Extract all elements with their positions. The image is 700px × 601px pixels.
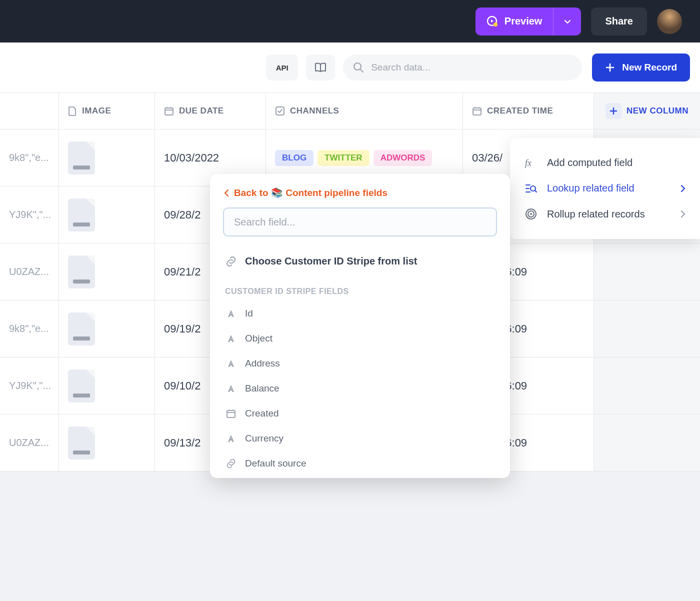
text-field-icon — [225, 308, 237, 318]
cell-image — [59, 186, 155, 243]
svg-text:fx: fx — [525, 158, 532, 168]
field-label: Id — [245, 308, 253, 319]
chevron-right-icon — [680, 210, 686, 218]
cell-text: U0ZAZ... — [0, 244, 59, 300]
field-label: Default source — [245, 458, 306, 469]
field-option[interactable]: Balance — [210, 376, 510, 401]
field-option[interactable]: Id — [210, 301, 510, 326]
cell-text: 9k8","e... — [0, 300, 59, 357]
api-button[interactable]: API — [266, 54, 298, 80]
channel-tag[interactable]: ADWORDS — [374, 150, 432, 166]
file-thumbnail-icon — [68, 312, 95, 346]
preview-button[interactable]: Preview — [476, 8, 554, 36]
cell-empty — [594, 244, 700, 300]
file-thumbnail-icon — [68, 370, 95, 402]
cell-image — [59, 300, 155, 357]
calendar-icon — [472, 106, 482, 116]
svg-rect-11 — [227, 410, 235, 418]
link-field-icon — [225, 458, 237, 468]
file-thumbnail-icon — [68, 256, 95, 288]
toolbar: API New Record — [0, 42, 700, 92]
column-header-created-time[interactable]: CREATED TIME — [463, 93, 594, 129]
column-header-image[interactable]: IMAGE — [59, 93, 155, 129]
link-icon — [225, 256, 237, 267]
text-field-icon — [225, 434, 237, 444]
search-wrapper — [343, 54, 582, 80]
field-option[interactable]: Default source — [210, 451, 510, 476]
preview-button-group: Preview — [476, 8, 582, 36]
channel-tag[interactable]: BLOG — [275, 150, 314, 166]
fx-icon: fx — [524, 158, 538, 168]
new-record-label: New Record — [622, 62, 677, 73]
file-thumbnail-icon — [68, 426, 95, 460]
svg-rect-5 — [473, 108, 481, 115]
calendar-icon — [164, 106, 174, 116]
top-bar: Preview Share — [0, 0, 700, 42]
menu-item-computed-field[interactable]: fx Add computed field — [510, 150, 700, 176]
lookup-field-panel: Back to 📚 Content pipeline fields Choose… — [210, 174, 510, 478]
field-label: Address — [245, 358, 280, 369]
user-avatar[interactable] — [657, 9, 682, 34]
chevron-left-icon — [224, 189, 229, 197]
search-icon — [353, 62, 364, 73]
search-input[interactable] — [343, 54, 582, 80]
book-icon — [314, 61, 327, 74]
plus-icon — [606, 103, 622, 119]
field-option[interactable]: Currency — [210, 426, 510, 451]
cell-text: U0ZAZ... — [0, 414, 59, 471]
menu-item-rollup-records[interactable]: Rollup related records — [510, 201, 700, 227]
cell-text: YJ9K","... — [0, 186, 59, 243]
cell-text: YJ9K","... — [0, 358, 59, 414]
field-label: Balance — [245, 383, 280, 394]
file-thumbnail-icon — [68, 142, 95, 174]
text-field-icon — [225, 358, 237, 368]
choose-from-list[interactable]: Choose Customer ID Stripe from list — [210, 248, 510, 274]
rollup-icon — [524, 208, 538, 220]
chevron-right-icon — [680, 184, 686, 193]
svg-point-10 — [530, 213, 532, 215]
svg-point-2 — [354, 63, 361, 70]
new-record-button[interactable]: New Record — [592, 54, 690, 82]
field-option[interactable]: Object — [210, 326, 510, 351]
chevron-down-icon — [564, 18, 572, 26]
empty-area — [0, 472, 700, 601]
column-header-text[interactable] — [0, 93, 59, 129]
cell-image — [59, 130, 155, 186]
table-header-row: IMAGE DUE DATE CHANNELS CREATED TIME NEW… — [0, 92, 700, 130]
svg-rect-3 — [165, 108, 173, 115]
field-option[interactable]: Address — [210, 351, 510, 376]
checkbox-icon — [275, 106, 285, 116]
column-header-due-date[interactable]: DUE DATE — [155, 93, 266, 129]
field-label: Currency — [245, 433, 284, 444]
preview-dropdown-button[interactable] — [553, 8, 581, 36]
new-column-button[interactable]: NEW COLUMN — [594, 93, 700, 129]
date-field-icon — [225, 408, 237, 418]
cell-empty — [594, 358, 700, 414]
text-field-icon — [225, 384, 237, 394]
cell-empty — [594, 300, 700, 357]
text-field-icon — [225, 334, 237, 344]
new-column-menu: fx Add computed field Lookup related fie… — [510, 138, 700, 239]
svg-point-1 — [494, 22, 498, 26]
menu-item-lookup-field[interactable]: Lookup related field — [510, 176, 700, 201]
preview-label: Preview — [504, 16, 542, 27]
channel-tag[interactable]: TWITTER — [318, 150, 370, 166]
cell-image — [59, 358, 155, 414]
docs-button[interactable] — [306, 54, 335, 80]
field-search-wrapper — [223, 208, 497, 236]
field-search-input[interactable] — [223, 208, 497, 236]
column-header-channels[interactable]: CHANNELS — [266, 93, 463, 129]
section-label: CUSTOMER ID STRIPE FIELDS — [210, 274, 510, 301]
plus-icon — [605, 62, 615, 72]
field-label: Created — [245, 408, 279, 419]
share-button[interactable]: Share — [591, 8, 647, 36]
field-option[interactable]: Created — [210, 401, 510, 426]
lookup-icon — [524, 183, 538, 194]
field-label: Object — [245, 333, 272, 344]
file-icon — [68, 106, 77, 116]
svg-rect-4 — [276, 107, 284, 115]
cell-image — [59, 414, 155, 471]
preview-play-icon — [486, 16, 498, 28]
cell-empty — [594, 414, 700, 471]
back-link[interactable]: Back to 📚 Content pipeline fields — [210, 187, 510, 208]
